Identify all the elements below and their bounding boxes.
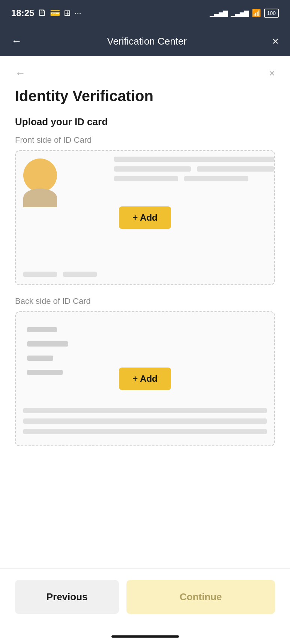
back-line-3 xyxy=(27,356,53,361)
grid-icon: ⊞ xyxy=(64,8,71,18)
nav-title: Verification Center xyxy=(107,36,187,47)
page-subtitle: Upload your ID card xyxy=(0,105,290,135)
id-info-lines xyxy=(114,157,274,181)
id-back-bottom-lines xyxy=(23,408,267,434)
inner-close-icon: × xyxy=(269,67,275,79)
back-bottom-line-3 xyxy=(23,429,267,434)
inner-back-arrow-icon: ← xyxy=(15,67,26,79)
sim-icon: 🖹 xyxy=(38,8,46,18)
inner-close-button[interactable]: × xyxy=(269,67,275,79)
nav-header: ← Verification Center × xyxy=(0,26,290,56)
signal1-icon: ▁▃▅▇ xyxy=(210,10,228,17)
front-label: Front side of ID Card xyxy=(15,135,275,145)
back-bottom-line-1 xyxy=(23,408,267,413)
previous-button[interactable]: Previous xyxy=(15,580,119,614)
inner-nav: ← × xyxy=(0,56,290,83)
id-back-top-lines xyxy=(27,327,117,375)
back-line-2 xyxy=(27,341,68,347)
page-title: Identity Verification xyxy=(0,83,290,105)
id-bottom-line-1 xyxy=(23,272,57,277)
id-line-4 xyxy=(114,176,178,181)
nav-close-icon: × xyxy=(272,35,279,47)
front-upload-area[interactable]: + Add xyxy=(15,150,275,285)
home-indicator xyxy=(0,629,290,644)
inner-back-button[interactable]: ← xyxy=(15,67,26,79)
back-label: Back side of ID Card xyxy=(15,296,275,306)
status-bar-right: ▁▃▅▇ ▁▃▅▇ 📶 100 xyxy=(210,9,279,18)
front-id-illustration: + Add xyxy=(16,151,274,284)
continue-button[interactable]: Continue xyxy=(126,580,275,614)
back-line-1 xyxy=(27,327,57,332)
signal2-icon: ▁▃▅▇ xyxy=(231,10,249,17)
status-bar: 18:25 🖹 💳 ⊞ ··· ▁▃▅▇ ▁▃▅▇ 📶 100 xyxy=(0,0,290,26)
id-bottom-lines xyxy=(23,272,274,277)
id-avatar-body xyxy=(23,188,57,207)
id-avatar-circle xyxy=(23,158,57,192)
id-line-5 xyxy=(184,176,248,181)
back-add-button[interactable]: + Add xyxy=(119,368,171,390)
battery-icon: 100 xyxy=(264,9,279,18)
front-upload-section: Front side of ID Card xyxy=(0,135,290,296)
back-upload-section: Back side of ID Card + Add xyxy=(0,296,290,457)
nav-back-arrow-icon: ← xyxy=(11,35,22,47)
status-time: 18:25 xyxy=(11,8,34,18)
pay-icon: 💳 xyxy=(50,8,60,18)
id-line-3 xyxy=(197,166,274,172)
front-add-button[interactable]: + Add xyxy=(119,206,171,229)
id-line-1 xyxy=(114,157,274,162)
back-bottom-line-2 xyxy=(23,418,267,424)
back-upload-area[interactable]: + Add xyxy=(15,311,275,446)
back-line-4 xyxy=(27,370,63,375)
back-id-illustration: + Add xyxy=(16,312,274,445)
bottom-bar: Previous Continue xyxy=(0,568,290,629)
nav-close-button[interactable]: × xyxy=(272,35,279,48)
wifi-icon: 📶 xyxy=(252,9,261,18)
more-icon: ··· xyxy=(74,8,81,18)
id-bottom-line-2 xyxy=(63,272,97,277)
home-indicator-bar xyxy=(111,635,179,638)
status-bar-left: 18:25 🖹 💳 ⊞ ··· xyxy=(11,8,81,18)
id-line-2 xyxy=(114,166,191,172)
nav-back-button[interactable]: ← xyxy=(11,35,22,47)
main-content: ← × Identity Verification Upload your ID… xyxy=(0,56,290,568)
